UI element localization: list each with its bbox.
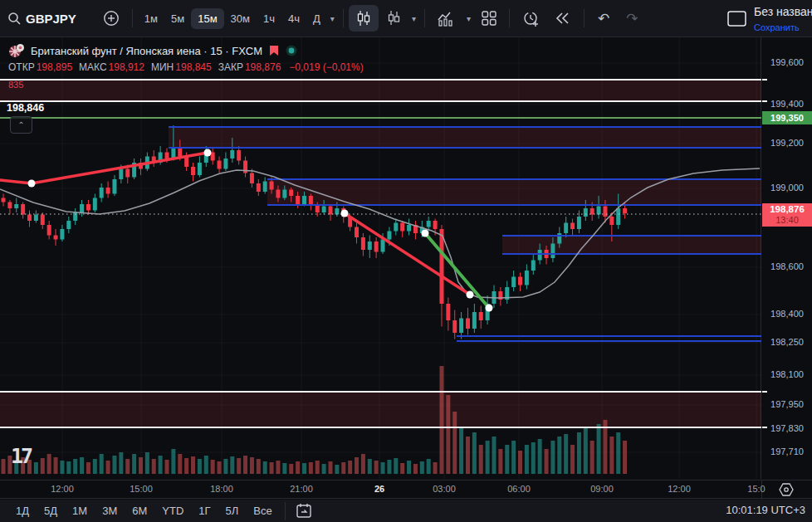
volume-bar (171, 449, 175, 474)
toolbar-divider (509, 9, 510, 27)
volume-bar (34, 462, 38, 474)
interval-button-1ч[interactable]: 1ч (257, 8, 281, 29)
candle-body (66, 221, 71, 229)
currency-pair-icon (8, 43, 25, 58)
time-axis[interactable]: 12:0015:0018:0021:002603:0006:0009:0012:… (0, 480, 812, 499)
scale-tick (762, 391, 767, 393)
volume-bar (112, 456, 116, 474)
replay-button[interactable] (547, 5, 579, 32)
interval-button-4ч[interactable]: 4ч (281, 8, 306, 29)
last-price: 198,876 (762, 203, 812, 215)
candle-body (237, 150, 241, 161)
range-button-1М[interactable]: 1М (65, 502, 95, 520)
volume-bar (60, 461, 64, 474)
interval-button-5м[interactable]: 5м (164, 8, 191, 29)
range-button-Все[interactable]: Все (246, 502, 279, 520)
candle-body (106, 188, 110, 194)
volume-bar (152, 459, 156, 474)
candle-body (335, 208, 339, 215)
volume-bar (335, 465, 339, 474)
market-status-icon[interactable] (286, 45, 297, 56)
server-clock[interactable]: 10:01:19 UTC+3 (726, 504, 805, 516)
volume-bar (93, 459, 97, 474)
chart-pane[interactable]: 835198,846 Британский фунт / Японская ие… (0, 37, 761, 479)
tradingview-logo[interactable]: 17 (11, 444, 31, 468)
trading-app: GBPJPY 1м5м15м30м1ч4чД ▾ ▾ ▾ (0, 0, 812, 522)
volume-bar (106, 461, 110, 474)
candle-body (525, 271, 529, 285)
volume-bar (597, 424, 601, 474)
hollow-candles-button[interactable] (379, 5, 408, 32)
trendline-anchor-dot (341, 210, 349, 217)
candle-body (570, 223, 575, 230)
volume-bar (439, 366, 443, 474)
volume-bar (276, 461, 280, 474)
candle-body (296, 196, 300, 204)
time-label: 18:00 (210, 484, 233, 494)
layout-grid-icon (482, 11, 496, 26)
go-to-date-icon[interactable] (296, 503, 312, 519)
volume-bar (348, 461, 352, 474)
chart-style-candles-button[interactable] (349, 5, 379, 32)
candle-body (590, 208, 594, 215)
candle-body (230, 150, 234, 159)
candlestick-chart[interactable]: 835198,846 (0, 37, 761, 479)
candle-body (609, 217, 614, 225)
undo-button[interactable]: ↶ (589, 10, 618, 27)
volume-bar (316, 461, 320, 474)
candle-body (100, 188, 104, 198)
legend-title[interactable]: Британский фунт / Японская иена · 15 · F… (31, 45, 262, 57)
chart-price-text: 835 (8, 80, 23, 90)
candle-body (329, 207, 333, 215)
symbol-search[interactable]: GBPJPY (0, 5, 84, 32)
interval-button-Д[interactable]: Д (306, 8, 327, 29)
volume-bar (218, 461, 222, 474)
toolbar-divider (132, 9, 133, 27)
layout-title[interactable]: Без названия (754, 5, 812, 18)
layout-square-icon[interactable] (727, 11, 746, 27)
volume-bar (361, 454, 365, 474)
price-label: 197,830 (762, 423, 812, 433)
compare-add-button[interactable] (95, 5, 127, 32)
candle-body (355, 227, 359, 238)
save-button[interactable]: Сохранить (754, 22, 800, 32)
legend-collapse-button[interactable]: ⌃ (10, 116, 32, 134)
indicators-chevron-icon[interactable]: ▾ (463, 14, 474, 23)
candle-body (86, 204, 90, 211)
redo-button[interactable]: ↷ (618, 10, 646, 27)
interval-button-15м[interactable]: 15м (191, 8, 223, 29)
range-button-YTD[interactable]: YTD (154, 502, 191, 520)
volume-bar (525, 445, 529, 474)
range-button-3М[interactable]: 3М (95, 502, 125, 520)
interval-button-30м[interactable]: 30м (224, 8, 257, 29)
candle-body (407, 225, 411, 232)
interval-button-1м[interactable]: 1м (138, 8, 164, 29)
range-button-5Д[interactable]: 5Д (37, 502, 65, 520)
candle-body (309, 196, 313, 204)
range-button-1Д[interactable]: 1Д (8, 502, 37, 520)
layout-grid-button[interactable] (474, 5, 504, 32)
price-label: 197,950 (762, 399, 812, 409)
indicators-button[interactable] (430, 5, 463, 32)
volume-bar (322, 464, 326, 474)
range-button-5Л[interactable]: 5Л (218, 502, 247, 520)
candle-body (14, 204, 18, 208)
chart-style-chevron-icon[interactable]: ▾ (408, 14, 419, 23)
volume-bar (289, 464, 293, 474)
volume-bar (486, 441, 490, 474)
candle-body (7, 202, 12, 209)
volume-bar (2, 459, 6, 474)
range-button-1Г[interactable]: 1Г (191, 502, 218, 520)
candle-body (433, 221, 438, 229)
scale-settings-icon[interactable] (778, 482, 795, 497)
volume-bar (479, 445, 483, 474)
price-scale[interactable]: 199,600199,400199,200199,000198,600198,4… (762, 37, 812, 479)
volume-bar (302, 463, 306, 474)
range-button-6М[interactable]: 6М (125, 502, 154, 520)
candle-body (584, 208, 588, 217)
bottombar-divider (285, 502, 286, 520)
alert-button[interactable] (515, 5, 547, 32)
interval-chevron-icon[interactable]: ▾ (327, 14, 338, 23)
toolbar-divider (424, 9, 425, 27)
flag-icon[interactable] (268, 45, 280, 56)
